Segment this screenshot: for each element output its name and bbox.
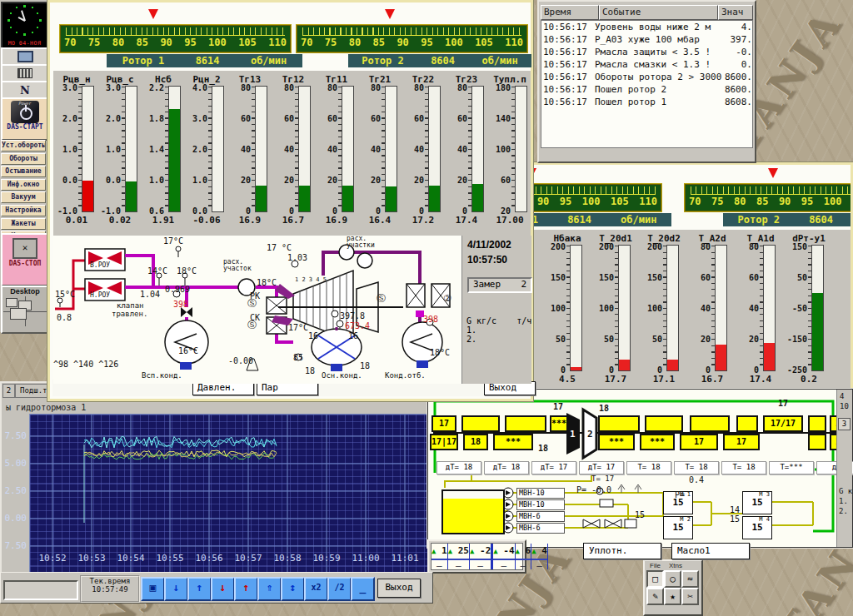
- maslo1-button[interactable]: Масло1: [671, 543, 750, 559]
- oil-text: 15: [635, 511, 645, 519]
- event-row[interactable]: 10:56:17Рмасла смазки < 1.3 !0.: [541, 58, 752, 71]
- power-key-icon: Power: [11, 101, 39, 123]
- bearing-box: 17: [680, 434, 718, 450]
- das-stop-button[interactable]: ✕ DAS-СТОП: [1, 233, 49, 286]
- oil-text: 0.4: [689, 476, 704, 484]
- zoom-half-button[interactable]: /2: [327, 577, 352, 601]
- das-start-button[interactable]: Power DAS-СТАРТ: [1, 97, 49, 141]
- uplotn-button[interactable]: Уплотн.: [583, 543, 661, 559]
- rp-rotor2-tacho: 707580859095100105110: [684, 183, 853, 212]
- reset-button[interactable]: ▣: [141, 577, 165, 601]
- event-row[interactable]: 10:56:17Рмасла защиты < 3.5 !-0.: [541, 46, 752, 58]
- blue-up-arrow-button[interactable]: ↑: [187, 577, 212, 601]
- bar-gauge-T_20d1: T_20d120015010050017.7: [591, 233, 640, 385]
- column-header-event[interactable]: Событие: [599, 5, 718, 20]
- mimic-label: 85: [293, 354, 303, 362]
- paint-toolbox-window: File Xtns □○≈✎★✂: [643, 559, 703, 616]
- expand-button[interactable]: ↕: [281, 577, 305, 601]
- indicator-cell[interactable]: ▲ -4–: [493, 544, 515, 569]
- indicator-cell[interactable]: ▲ -2–: [470, 544, 493, 569]
- event-row[interactable]: 10:56:17Обороты ротора 2 > 30008600.: [541, 71, 752, 83]
- event-row[interactable]: 10:56:17P_A03 хуже 100 мбар397.: [541, 33, 752, 46]
- zoom-x2-button[interactable]: x2: [304, 577, 328, 601]
- bar-body: 200150100500: [593, 245, 640, 371]
- oil-side-panel: 4103G к1.2.: [836, 390, 852, 547]
- rotor2-tacho-pointer-icon: [385, 9, 395, 19]
- column-header-value[interactable]: Знач: [718, 5, 753, 20]
- ellipse-select-tool[interactable]: ○: [664, 570, 681, 588]
- event-time: 10:56:17: [541, 33, 595, 46]
- trend-plot: 10:5210:5310:5410:5510:5610:5710:5810:59…: [29, 414, 431, 574]
- event-log-body[interactable]: 10:56:17Уровень воды ниже 2 м4.10:56:17P…: [541, 20, 753, 148]
- rotor2-tacho-tick: 105: [475, 36, 493, 50]
- scale-tick: 60: [457, 114, 467, 123]
- rotor2-unit: об/мин: [481, 54, 517, 67]
- indicator-value: ▲ 1: [431, 544, 447, 560]
- scissors-tool[interactable]: ✂: [681, 588, 699, 605]
- red-up-arrow-button[interactable]: ↑: [234, 577, 258, 601]
- scale-tick: 60: [371, 114, 381, 123]
- bearing-box: ***: [550, 415, 568, 432]
- netscape-button[interactable]: N: [1, 81, 49, 99]
- mimic-label: 1 2 3 4 5: [295, 277, 327, 283]
- bar-scale: 3.02.01.00.0-1.0: [57, 86, 78, 212]
- clock-dot: [10, 12, 12, 14]
- bar-value: 16.7: [688, 374, 736, 385]
- blue-down-arrow-button[interactable]: ↓: [164, 577, 188, 601]
- sidebar-item-3[interactable]: Остывание: [1, 166, 46, 177]
- scale-tick: 60: [327, 114, 337, 123]
- toolbar-exit-button[interactable]: Выход: [377, 579, 421, 598]
- pencil-tool[interactable]: ✎: [646, 588, 664, 605]
- scale-tick: 3.0: [192, 114, 207, 123]
- column-header-time[interactable]: Время: [541, 5, 599, 20]
- sidebar-item-2[interactable]: Обороты: [1, 153, 46, 165]
- magic-wand-tool[interactable]: ★: [664, 588, 681, 605]
- bar-gauge-dPт-у1: dPт-у115050-50-150-2500.2: [785, 233, 833, 385]
- indicator-cell[interactable]: ▲ 6–: [516, 544, 532, 569]
- desktop-pager[interactable]: Desktop: [1, 286, 49, 334]
- bar-scale: 200150100500: [641, 245, 663, 371]
- printer-button[interactable]: [1, 64, 49, 82]
- sidebar-item-5[interactable]: Вакуум: [1, 191, 46, 203]
- page-up-button[interactable]: ⇑: [257, 577, 282, 601]
- event-row[interactable]: 10:56:17Пошел ротор 18608.: [541, 96, 752, 108]
- scale-tick: 0.0: [62, 176, 77, 185]
- sidebar-item-6[interactable]: Настройка: [1, 205, 46, 216]
- bar-gauge-T_20d2: T_20d220015010050017.1: [640, 233, 688, 385]
- trend-y-label: 5.00: [3, 458, 27, 469]
- event-row[interactable]: 10:56:17Уровень воды ниже 2 м4.: [541, 21, 752, 33]
- rp-rotor1-tacho-tick: 100: [582, 195, 601, 209]
- sample-button[interactable]: Замер 2: [467, 277, 532, 293]
- lasso-tool[interactable]: ≈: [681, 570, 699, 588]
- pager-window[interactable]: [6, 298, 17, 307]
- scale-tick: 60: [241, 114, 251, 123]
- toolbar-field[interactable]: [3, 580, 78, 600]
- terminal-button[interactable]: [1, 47, 49, 66]
- rect-select-tool[interactable]: □: [646, 570, 664, 588]
- edge-text: 4: [840, 393, 844, 400]
- mimic-label: 18°C: [257, 279, 277, 287]
- sidebar-item-4[interactable]: Инф.окно: [1, 179, 46, 191]
- indicator-value: ▲ 4: [531, 544, 547, 560]
- indicator-cell[interactable]: ▲ 4–: [531, 544, 548, 569]
- red-down-arrow-button[interactable]: ↓: [211, 577, 235, 601]
- minimize-button[interactable]: _: [351, 577, 375, 601]
- bar-value: 17.00: [488, 215, 531, 226]
- scale-tick: 2.2: [149, 83, 164, 92]
- trend-tab-number[interactable]: 2: [2, 384, 15, 398]
- indicator-cell[interactable]: ▲ 1–: [431, 544, 448, 569]
- dt-readout: T= 18: [721, 461, 766, 474]
- toolbox-menu-xtns[interactable]: Xtns: [669, 562, 682, 569]
- bar-scale: 806040200: [230, 86, 252, 212]
- oil-text: 15: [730, 515, 740, 524]
- oil-system-window: 17***17/171717|1718*********171717121718…: [427, 389, 853, 548]
- event-row[interactable]: 10:56:17Пошел ротор 28600.: [541, 83, 752, 96]
- indicator-cell[interactable]: ▲ 25–: [448, 544, 470, 569]
- pager-window[interactable]: [10, 308, 27, 320]
- rotor1-tacho-ticks: 707580859095100105110: [60, 36, 291, 50]
- pager-grid[interactable]: [3, 296, 47, 326]
- toolbox-menu-file[interactable]: File: [650, 562, 661, 569]
- sidebar-item-1[interactable]: Уст.обороты: [1, 140, 46, 152]
- sidebar-item-7[interactable]: Жакеты: [1, 218, 46, 230]
- rotor1-tacho: 707580859095100105110: [59, 24, 292, 53]
